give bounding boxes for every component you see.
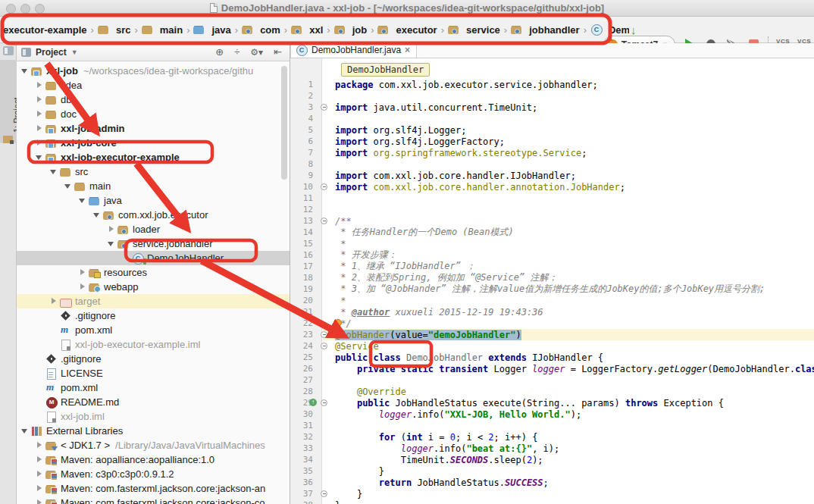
- tree-item-maven-com-fasterxml-jackson-core-jackson-co[interactable]: Maven: com.fasterxml.jackson.core:jackso…: [17, 496, 290, 504]
- locate-file-button[interactable]: ⊕: [212, 46, 227, 58]
- chevron-down-icon[interactable]: [92, 210, 102, 220]
- tree-item-target[interactable]: target: [17, 294, 290, 308]
- breadcrumb-item-src[interactable]: src: [96, 23, 133, 37]
- text-file-icon: [45, 368, 58, 379]
- window-minimize-button[interactable]: [20, 4, 30, 14]
- tree-item-readme-md[interactable]: README.md: [17, 395, 290, 409]
- chevron-right-icon[interactable]: [34, 469, 44, 479]
- chevron-down-icon[interactable]: [20, 66, 30, 76]
- fold-marker-icon[interactable]: [321, 104, 327, 111]
- chevron-right-icon[interactable]: [34, 109, 44, 119]
- tree-item-pom-xml[interactable]: pom.xml: [17, 380, 290, 395]
- chevron-right-icon[interactable]: [34, 484, 44, 493]
- chevron-spacer: [34, 397, 44, 407]
- settings-gear-button[interactable]: ⚙▾: [247, 47, 266, 58]
- chevron-down-icon[interactable]: [77, 196, 87, 205]
- chevron-down-icon[interactable]: [20, 426, 30, 436]
- breadcrumb-item-job[interactable]: job: [333, 23, 369, 37]
- close-icon[interactable]: ×: [405, 45, 410, 55]
- breadcrumb-item-jobhandler[interactable]: jobhandler: [509, 23, 581, 37]
- ext-lib-icon: [31, 426, 43, 437]
- fold-marker-icon[interactable]: [321, 490, 327, 497]
- breadcrumb-chip[interactable]: DemoJobHandler: [341, 63, 430, 77]
- code-line-30: 30 logger.info("XXL-JOB, Hello World.");: [290, 409, 814, 420]
- code-area: 1package com.xxl.job.executor.service.jo…: [290, 79, 814, 504]
- tree-item-xxl-job-admin[interactable]: xxl-job-admin: [17, 121, 290, 136]
- hide-panel-button[interactable]: ⇤: [271, 46, 285, 58]
- tree-item-loader[interactable]: loader: [17, 222, 290, 236]
- tree-item-com-xxl-job-executor[interactable]: com.xxl.job.executor: [17, 208, 290, 222]
- package-icon: [291, 24, 303, 35]
- window-zoom-button[interactable]: [35, 4, 45, 14]
- fold-marker-icon[interactable]: [321, 218, 327, 224]
- tree-item-resources[interactable]: resources: [17, 265, 290, 280]
- tree-item-maven-com-fasterxml-jackson-core-jackson-an[interactable]: Maven: com.fasterxml.jackson.core:jackso…: [17, 481, 290, 496]
- chevron-right-icon[interactable]: [34, 124, 44, 133]
- project-tool-window-tab[interactable]: 1: Project: [0, 60, 17, 143]
- tree-item-db[interactable]: db: [17, 92, 290, 107]
- chevron-right-icon[interactable]: [106, 224, 116, 234]
- tree-item-jdk1-7[interactable]: < JDK1.7 >/Library/Java/JavaVirtualMachi…: [17, 438, 290, 452]
- breadcrumb-item-com[interactable]: com: [240, 23, 282, 37]
- tree-item-maven-aopalliance-aopalliance-1-0[interactable]: Maven: aopalliance:aopalliance:1.0: [17, 452, 290, 467]
- window-close-button[interactable]: [6, 4, 16, 14]
- breadcrumb-item-executor[interactable]: executor: [376, 23, 438, 37]
- tree-item-gitignore[interactable]: .gitignore: [17, 308, 290, 323]
- chevron-right-icon[interactable]: [49, 296, 58, 306]
- chevron-right-icon[interactable]: [34, 498, 44, 504]
- collapse-all-button[interactable]: ÷: [231, 46, 243, 58]
- fold-marker-icon[interactable]: [321, 399, 327, 406]
- intention-bulb-icon[interactable]: [334, 319, 342, 327]
- chevron-right-icon[interactable]: [34, 138, 44, 148]
- tree-item-java[interactable]: java: [17, 193, 290, 208]
- tree-item-webapp[interactable]: webapp: [17, 280, 290, 294]
- tree-item-maven-c3p0-c3p0-0-9-1-2[interactable]: Maven: c3p0:c3p0:0.9.1.2: [17, 467, 290, 481]
- breadcrumb-item-executor-example[interactable]: executor-example: [2, 23, 89, 37]
- folder-icon: [74, 181, 86, 192]
- chevron-down-icon[interactable]: ▼: [71, 49, 78, 56]
- breadcrumb-item-java[interactable]: java: [192, 23, 232, 37]
- tree-item-xxl-job-core[interactable]: xxl-job-core: [17, 136, 290, 150]
- chevron-right-icon[interactable]: [34, 455, 44, 465]
- tree-item-external-libraries[interactable]: External Libraries: [17, 424, 290, 438]
- tree-item-main[interactable]: main: [17, 179, 290, 193]
- project-panel-title[interactable]: Project: [36, 47, 67, 58]
- breadcrumb-item-demojobhandler[interactable]: DemoJobHandler: [589, 23, 629, 37]
- maven-lib-icon: [45, 469, 58, 480]
- tree-item-xxl-job-executor-example-iml[interactable]: xxl-job-executor-example.iml: [17, 337, 290, 352]
- tree-item-doc[interactable]: doc: [17, 107, 290, 121]
- overriding-method-icon[interactable]: ↑: [309, 399, 317, 406]
- tree-item-xxl-job-executor-example[interactable]: xxl-job-executor-example: [17, 150, 290, 164]
- tree-item-demojobhandler[interactable]: DemoJobHandler: [17, 251, 290, 265]
- chevron-spacer: [34, 368, 44, 378]
- breadcrumb-separator: ›: [233, 24, 240, 36]
- chevron-right-icon[interactable]: [77, 268, 87, 277]
- tree-item-xxl-job[interactable]: xxl-job~/workspaces/idea-git-workspace/g…: [17, 64, 290, 78]
- fold-marker-icon[interactable]: [321, 331, 327, 338]
- tree-item-service-jobhandler[interactable]: service.jobhandler: [17, 236, 290, 251]
- tree-item-xxl-job-iml[interactable]: xxl-job.iml: [17, 409, 290, 424]
- tree-item-idea[interactable]: .idea: [17, 78, 290, 92]
- editor-tab-demojobhandler[interactable]: DemoJobHandler.java ×: [290, 43, 417, 58]
- chevron-down-icon[interactable]: [63, 181, 73, 191]
- tree-item-pom-xml[interactable]: pom.xml: [17, 323, 290, 337]
- folder-icon: [3, 136, 13, 143]
- tree-item-src[interactable]: src: [17, 164, 290, 179]
- breadcrumb-item-main[interactable]: main: [140, 23, 184, 37]
- chevron-right-icon[interactable]: [34, 80, 44, 90]
- fold-marker-icon[interactable]: [321, 343, 327, 349]
- navbar-jump-down-icon[interactable]: ↓: [631, 23, 637, 36]
- chevron-right-icon[interactable]: [34, 440, 44, 450]
- tree-item-license[interactable]: LICENSE: [17, 366, 290, 380]
- breadcrumb-item-service[interactable]: service: [446, 23, 502, 37]
- chevron-down-icon[interactable]: [106, 239, 116, 249]
- fold-marker-icon[interactable]: [321, 183, 327, 190]
- project-tree-scrollbar[interactable]: [281, 66, 287, 180]
- chevron-down-icon[interactable]: [49, 167, 58, 177]
- breadcrumb-item-xxl[interactable]: xxl: [290, 23, 324, 37]
- chevron-right-icon[interactable]: [77, 282, 87, 292]
- chevron-right-icon[interactable]: [34, 95, 44, 105]
- chevron-down-icon[interactable]: [34, 152, 44, 162]
- webapp-folder-icon: [89, 282, 101, 293]
- tree-item-gitignore[interactable]: .gitignore: [17, 352, 290, 366]
